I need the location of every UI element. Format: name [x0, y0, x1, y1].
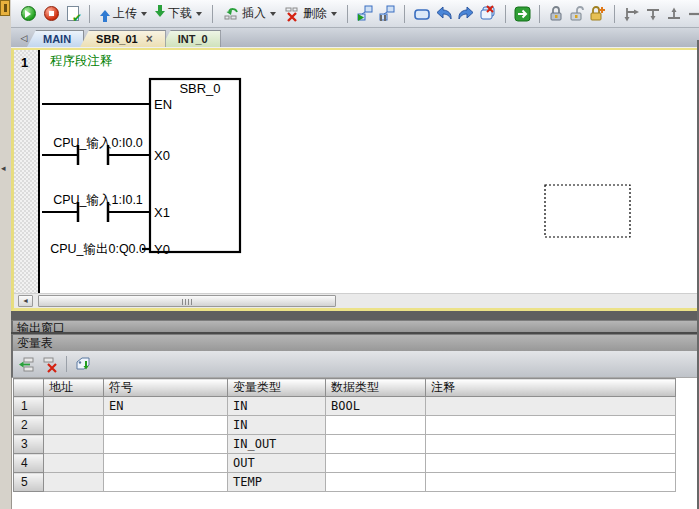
row-number[interactable]: 4 — [14, 454, 44, 473]
contact-x0-operand[interactable]: CPU_输入0:I0.0 — [53, 136, 143, 150]
line-horizontal-icon[interactable] — [687, 6, 699, 22]
address-cell[interactable] — [44, 435, 104, 454]
delete-dropdown-icon[interactable] — [331, 12, 337, 19]
lock-icon[interactable] — [548, 5, 564, 22]
ladder-editor-pane[interactable]: 1 程序段注释 SBR_0 EN CPU_输入0:I0.0 — [11, 48, 699, 311]
var-type-cell[interactable]: IN_OUT — [228, 435, 326, 454]
row-number[interactable]: 3 — [14, 435, 44, 454]
assign-address-icon[interactable] — [74, 356, 92, 373]
download-button[interactable]: 下载 — [153, 4, 204, 23]
selection-cursor-box[interactable] — [545, 185, 630, 237]
tab-sbr-01[interactable]: SBR_01× — [80, 30, 166, 47]
var-type-header[interactable]: 变量类型 — [228, 379, 326, 397]
symbol-cell[interactable] — [104, 416, 228, 435]
symbol-cell[interactable] — [104, 454, 228, 473]
download-dropdown-icon[interactable] — [196, 12, 202, 19]
scroll-left-arrow-icon[interactable]: ◄ — [18, 295, 33, 307]
symbol-cell[interactable] — [104, 473, 228, 492]
output-y0-operand[interactable]: CPU_输出0:Q0.0 — [50, 242, 146, 256]
next-bookmark-icon[interactable] — [457, 6, 475, 22]
toolbar-separator — [66, 356, 67, 372]
ladder-diagram: 程序段注释 SBR_0 EN CPU_输入0:I0.0 X0 CPU_输入1:I — [42, 50, 699, 294]
table-row: 2 IN — [14, 416, 676, 435]
tab-int-0[interactable]: INT_0 — [162, 30, 221, 47]
variable-table-title-bar[interactable]: 变量表 — [11, 334, 699, 351]
clear-bookmarks-icon[interactable] — [479, 5, 497, 22]
table-row: 1 EN IN BOOL — [14, 397, 676, 416]
comment-cell[interactable] — [426, 454, 676, 473]
comment-header[interactable]: 注释 — [426, 379, 676, 397]
var-type-cell[interactable]: IN — [228, 397, 326, 416]
pin-en-label: EN — [154, 97, 172, 112]
run-button[interactable] — [19, 5, 38, 22]
horizontal-scrollbar[interactable]: ◄ — [14, 293, 699, 308]
lock-add-icon[interactable] — [588, 5, 606, 22]
toolbar-separator — [614, 5, 615, 23]
toolbar-separator — [505, 5, 506, 23]
run-icon — [21, 6, 36, 21]
network-comment[interactable]: 程序段注释 — [50, 54, 113, 68]
symbol-cell[interactable]: EN — [104, 397, 228, 416]
comment-cell[interactable] — [426, 435, 676, 454]
line-up-icon[interactable] — [666, 6, 683, 22]
download-arrow-icon — [155, 5, 165, 22]
prev-bookmark-icon[interactable] — [435, 6, 453, 22]
row-number[interactable]: 2 — [14, 416, 44, 435]
address-cell[interactable] — [44, 473, 104, 492]
delete-row-icon[interactable] — [41, 356, 59, 373]
ladder-canvas[interactable]: 程序段注释 SBR_0 EN CPU_输入0:I0.0 X0 CPU_输入1:I — [42, 50, 699, 294]
pin-icon[interactable] — [0, 0, 10, 16]
data-type-header[interactable]: 数据类型 — [326, 379, 426, 397]
compile-icon: ✔ — [67, 6, 79, 21]
pause-status-icon[interactable] — [378, 5, 396, 22]
program-status-icon[interactable] — [356, 5, 374, 22]
data-type-cell[interactable] — [326, 416, 426, 435]
tab-close-icon[interactable]: × — [146, 32, 153, 46]
tab-main[interactable]: MAIN — [27, 30, 84, 47]
upload-label: 上传 — [113, 5, 137, 22]
output-window-title-bar[interactable]: 输出窗口 — [11, 320, 699, 332]
data-type-cell[interactable]: BOOL — [326, 397, 426, 416]
table-row: 5 TEMP — [14, 473, 676, 492]
delete-label: 删除 — [303, 5, 327, 22]
goto-icon[interactable] — [514, 6, 531, 22]
symbol-header[interactable]: 符号 — [104, 379, 228, 397]
bookmark-toggle-icon[interactable] — [413, 6, 431, 22]
data-type-cell[interactable] — [326, 454, 426, 473]
var-type-cell[interactable]: TEMP — [228, 473, 326, 492]
variable-table-title: 变量表 — [17, 336, 53, 350]
dock-expand-arrow-icon[interactable]: ◂ — [1, 164, 10, 173]
address-cell[interactable] — [44, 397, 104, 416]
comment-cell[interactable] — [426, 473, 676, 492]
comment-cell[interactable] — [426, 416, 676, 435]
address-cell[interactable] — [44, 454, 104, 473]
insert-branch-icon[interactable] — [623, 6, 641, 22]
address-header[interactable]: 地址 — [44, 379, 104, 397]
pin-y0-label: Y0 — [154, 242, 170, 257]
contact-x1-operand[interactable]: CPU_输入1:I0.1 — [53, 193, 143, 207]
data-type-cell[interactable] — [326, 473, 426, 492]
address-cell[interactable] — [44, 416, 104, 435]
upload-button[interactable]: 上传 — [98, 4, 149, 23]
insert-dropdown-icon[interactable] — [270, 12, 276, 19]
pin-x0-label: X0 — [154, 148, 170, 163]
line-down-icon[interactable] — [645, 6, 662, 22]
symbol-cell[interactable] — [104, 435, 228, 454]
var-type-cell[interactable]: OUT — [228, 454, 326, 473]
row-number[interactable]: 5 — [14, 473, 44, 492]
stop-button[interactable] — [42, 5, 61, 22]
pane-splitter[interactable] — [11, 311, 699, 320]
delete-button[interactable]: 删除 — [282, 4, 339, 23]
upload-dropdown-icon[interactable] — [141, 12, 147, 19]
compile-button[interactable]: ✔ — [65, 5, 81, 22]
comment-cell[interactable] — [426, 397, 676, 416]
data-type-cell[interactable] — [326, 435, 426, 454]
row-number[interactable]: 1 — [14, 397, 44, 416]
unlock-icon[interactable] — [568, 5, 584, 22]
table-header-row: 地址 符号 变量类型 数据类型 注释 — [14, 379, 676, 397]
var-type-cell[interactable]: IN — [228, 416, 326, 435]
insert-row-icon[interactable] — [18, 356, 36, 373]
toolbar-separator — [404, 5, 405, 23]
scrollbar-thumb[interactable] — [38, 295, 336, 307]
insert-button[interactable]: 插入 — [221, 4, 278, 23]
